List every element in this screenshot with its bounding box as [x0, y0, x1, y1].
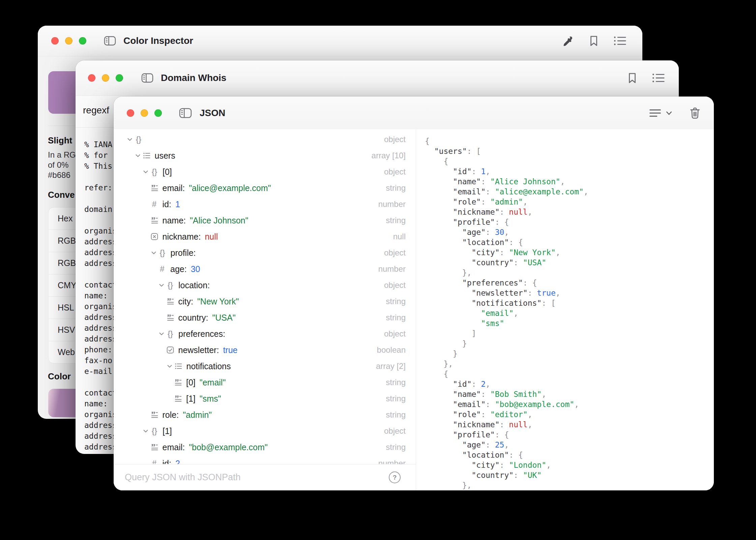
- tree-key: [1]: [163, 426, 172, 436]
- json-raw-panel: { "users": [ { "id": 1, "name": "Alice J…: [416, 129, 714, 490]
- tree-row[interactable]: {}[1]object: [114, 423, 416, 439]
- number-icon: #: [150, 199, 159, 209]
- null-icon: [150, 232, 159, 241]
- json-titlebar[interactable]: JSON: [114, 97, 714, 130]
- close-button[interactable]: [127, 109, 134, 117]
- list-icon[interactable]: [613, 36, 627, 46]
- tree-row[interactable]: nickname:nullnull: [114, 228, 416, 245]
- color-section-heading: Color: [48, 371, 71, 382]
- tree-row[interactable]: name:"Alice Johnson"string: [114, 212, 416, 228]
- tree-row[interactable]: city:"New York"string: [114, 293, 416, 309]
- tree-row[interactable]: email:"alice@example.com"string: [114, 180, 416, 196]
- tree-row[interactable]: [1]"sms"string: [114, 390, 416, 407]
- chevron-down-icon[interactable]: [142, 168, 150, 176]
- tree-key: [1]: [186, 394, 196, 404]
- string-icon: [173, 394, 183, 403]
- tree-value: 30: [191, 264, 200, 274]
- tree-row[interactable]: email:"bob@example.com"string: [114, 439, 416, 455]
- window-title: JSON: [200, 108, 225, 118]
- tree-key: users: [155, 151, 175, 161]
- tree-value: "alice@example.com": [189, 183, 271, 193]
- tree-value: "USA": [212, 313, 235, 323]
- help-icon[interactable]: ?: [389, 471, 401, 483]
- tree-row[interactable]: {}profile:object: [114, 245, 416, 261]
- tree-row[interactable]: {}preferences:object: [114, 326, 416, 342]
- sidebar-toggle-icon[interactable]: [179, 108, 192, 118]
- zoom-button[interactable]: [79, 37, 86, 45]
- zoom-button[interactable]: [116, 74, 123, 82]
- tree-row[interactable]: country:"USA"string: [114, 309, 416, 326]
- tree-row[interactable]: role:"admin"string: [114, 407, 416, 423]
- color-inspector-titlebar[interactable]: Color Inspector: [38, 26, 642, 56]
- bookmark-icon[interactable]: [627, 72, 638, 84]
- minimize-button[interactable]: [102, 74, 109, 82]
- tree-type-label: object: [384, 329, 406, 339]
- tree-key: location:: [178, 280, 210, 290]
- tree-value: "admin": [183, 410, 212, 420]
- tree-row[interactable]: usersarray [10]: [114, 147, 416, 164]
- bookmark-icon[interactable]: [588, 35, 599, 47]
- tree-type-label: string: [386, 410, 406, 420]
- whois-output: % IANA % for % This refer: domain: organ…: [84, 139, 117, 452]
- tree-key: newsletter:: [178, 345, 219, 355]
- tree-row[interactable]: {}[0]object: [114, 164, 416, 180]
- tree-row[interactable]: {}location:object: [114, 277, 416, 293]
- tree-row[interactable]: {}object: [114, 131, 416, 147]
- tree-row[interactable]: #id:1number: [114, 196, 416, 212]
- traffic-lights: [127, 109, 162, 117]
- tree-type-label: number: [378, 264, 406, 274]
- tree-type-label: object: [384, 248, 406, 258]
- minimize-button[interactable]: [65, 37, 72, 45]
- chevron-down-icon[interactable]: [142, 427, 150, 435]
- chevron-down-icon[interactable]: [134, 152, 142, 160]
- tree-value: 1: [175, 199, 180, 209]
- eyedropper-icon[interactable]: [561, 35, 573, 47]
- minimize-button[interactable]: [141, 109, 148, 117]
- chevron-down-icon[interactable]: [126, 135, 134, 143]
- tree-key: city:: [178, 297, 193, 306]
- tree-row[interactable]: #age:30number: [114, 261, 416, 277]
- chevron-down-icon[interactable]: [150, 249, 158, 257]
- tree-type-label: object: [384, 426, 406, 436]
- json-window: JSON {}objectusersarray [10]{}[0]objecte…: [114, 97, 714, 490]
- chevron-down-icon[interactable]: [166, 362, 174, 370]
- color-description-line: In a RG: [48, 150, 76, 160]
- tree-row[interactable]: notificationsarray [2]: [114, 358, 416, 374]
- array-icon: [142, 151, 151, 160]
- number-icon: #: [157, 264, 167, 274]
- tree-type-label: object: [384, 167, 406, 177]
- json-tree: {}objectusersarray [10]{}[0]objectemail:…: [114, 131, 416, 471]
- tree-type-label: string: [386, 394, 406, 403]
- list-icon[interactable]: [652, 73, 665, 83]
- tree-value: "email": [200, 378, 226, 387]
- tree-key: email:: [163, 183, 185, 193]
- string-icon: [166, 297, 175, 306]
- chevron-down-icon[interactable]: [157, 281, 166, 289]
- tree-type-label: array [10]: [372, 151, 406, 160]
- tree-type-label: boolean: [377, 345, 406, 355]
- tree-row[interactable]: [0]"email"string: [114, 374, 416, 390]
- close-button[interactable]: [88, 74, 95, 82]
- jsonpath-query-input[interactable]: [124, 472, 389, 483]
- traffic-lights: [88, 74, 123, 82]
- zoom-button[interactable]: [154, 109, 162, 117]
- tree-row[interactable]: newsletter:trueboolean: [114, 342, 416, 358]
- sidebar-toggle-icon[interactable]: [104, 36, 116, 46]
- close-button[interactable]: [51, 37, 59, 45]
- trash-icon[interactable]: [689, 107, 701, 119]
- chevron-down-icon[interactable]: [666, 111, 672, 115]
- tree-type-label: string: [386, 297, 406, 306]
- string-icon: [150, 216, 159, 225]
- tree-key: name:: [163, 216, 186, 225]
- sort-lines-icon[interactable]: [649, 109, 661, 117]
- tree-type-label: string: [386, 183, 406, 193]
- tree-type-label: null: [393, 232, 406, 241]
- traffic-lights: [51, 37, 86, 45]
- desktop: { "windows": { "color_inspector": { "tit…: [0, 0, 756, 540]
- chevron-down-icon[interactable]: [157, 330, 166, 338]
- sidebar-toggle-icon[interactable]: [141, 73, 153, 83]
- tree-value: "bob@example.com": [189, 442, 268, 452]
- tree-key: email:: [163, 442, 185, 452]
- domain-whois-titlebar[interactable]: Domain Whois: [76, 60, 679, 96]
- object-icon: {}: [150, 426, 159, 436]
